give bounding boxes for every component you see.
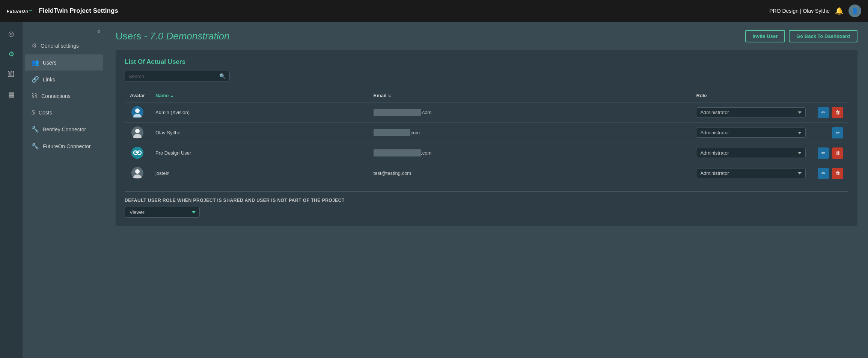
sidebar-item-users[interactable]: 👥 Users [25, 54, 103, 71]
users-icon: 👥 [32, 59, 39, 66]
sidebar-collapse-button[interactable]: « [23, 26, 105, 37]
table-body: Admin (Xvision) ████████████.com Adminis… [125, 102, 848, 184]
costs-icon: $ [32, 109, 35, 116]
dashboard-icon: ◎ [8, 30, 14, 38]
col-avatar: Avatar [125, 89, 150, 102]
sidebar-item-connections[interactable]: ⛓ Connections [25, 88, 103, 104]
sidebar-item-costs[interactable]: $ Costs [25, 105, 103, 120]
general-settings-icon: ⚙ [32, 42, 37, 49]
page-title: Users - 7.0 Demonstration [116, 30, 229, 42]
sidebar-item-connections-label: Connections [41, 93, 71, 99]
role-select-1[interactable]: Administrator Editor Viewer [696, 107, 806, 117]
table-row: Pro Design User ████████████.com Adminis… [125, 143, 848, 163]
avatar-1 [131, 106, 143, 118]
topbar: FutureOn™ FieldTwin Project Settings PRO… [0, 0, 868, 22]
role-cell-2: Administrator Editor Viewer [691, 123, 811, 143]
delete-button-3[interactable]: 🗑 [832, 147, 843, 159]
topbar-right: PRO Design | Olav Sylthe 🔔 👤 [769, 5, 861, 17]
edit-button-4[interactable]: ✏ [818, 168, 829, 179]
table-row: Admin (Xvision) ████████████.com Adminis… [125, 102, 848, 123]
user-name-2: Olav Sylthe [150, 123, 368, 143]
role-select-3[interactable]: Administrator Editor Viewer [696, 148, 806, 158]
role-select-2[interactable]: Administrator Editor Viewer [696, 128, 806, 138]
table-row: Olav Sylthe █████████com Administrator E… [125, 123, 848, 143]
users-card: List Of Actual Users 🔍 Avatar Name [116, 50, 857, 226]
go-back-to-dashboard-button[interactable]: Go Back To Dashboard [789, 30, 857, 42]
search-input[interactable] [129, 74, 219, 79]
user-email-3: ████████████.com [368, 143, 691, 163]
user-email-2: █████████com [368, 123, 691, 143]
user-email-1: ████████████.com [368, 102, 691, 123]
sidebar-item-general-settings-label: General settings [41, 43, 79, 49]
avatar-3 [131, 147, 143, 159]
edit-button-3[interactable]: ✏ [818, 147, 829, 159]
col-role: Role [691, 89, 811, 102]
svg-point-0 [135, 108, 140, 113]
default-role-label: DEFAULT USER ROLE WHEN PROJECT IS SHARED… [125, 198, 848, 203]
topbar-user: PRO Design | Olav Sylthe [769, 8, 830, 14]
action-cell-1: ✏ 🗑 [811, 102, 848, 123]
sidebar-item-bentley-label: Bentley Connector [43, 126, 86, 132]
delete-button-4[interactable]: 🗑 [832, 168, 843, 179]
col-email[interactable]: Email [368, 89, 691, 102]
avatar-icon: 👤 [851, 8, 859, 14]
user-name-4: jostein [150, 163, 368, 184]
search-bar: 🔍 [125, 71, 230, 81]
page-header: Users - 7.0 Demonstration Invite User Go… [116, 30, 857, 42]
connections-icon: ⛓ [32, 93, 38, 99]
default-role-select[interactable]: Viewer Editor Administrator [125, 207, 200, 218]
role-cell-4: Administrator Editor Viewer [691, 163, 811, 184]
page-title-text: Users [116, 30, 141, 42]
app-title: FieldTwin Project Settings [39, 7, 118, 15]
sidebar-item-futureon-label: FutureOn Connector [43, 143, 91, 149]
role-select-4[interactable]: Administrator Editor Viewer [696, 168, 806, 178]
rail-icon-layers[interactable]: ▦ [5, 88, 18, 101]
topbar-left: FutureOn™ FieldTwin Project Settings [7, 7, 118, 15]
user-email-4: test@testing.com [368, 163, 691, 184]
table-header-row: Avatar Name Email Role [125, 89, 848, 102]
sidebar-item-general-settings[interactable]: ⚙ General settings [25, 38, 103, 54]
links-icon: 🔗 [32, 76, 39, 83]
page-subtitle: 7.0 Demonstration [150, 30, 229, 42]
svg-point-1 [133, 114, 142, 117]
bentley-connector-icon: 🔧 [32, 126, 39, 133]
rail-icon-settings[interactable]: ⚙ [5, 47, 18, 61]
user-name-3: Pro Design User [150, 143, 368, 163]
avatar-4 [131, 167, 143, 179]
edit-button-2[interactable]: ✏ [832, 127, 843, 138]
gallery-icon: 🖼 [8, 71, 15, 78]
brand-logo: FutureOn™ [7, 8, 33, 14]
settings-icon: ⚙ [8, 50, 14, 58]
notification-bell-button[interactable]: 🔔 [835, 7, 843, 15]
avatar-cell-1 [125, 102, 150, 123]
bell-icon: 🔔 [835, 7, 843, 15]
invite-user-button[interactable]: Invite User [745, 30, 785, 42]
svg-point-3 [133, 134, 142, 138]
icon-rail: ◎ ⚙ 🖼 ▦ [0, 22, 23, 358]
sidebar-item-bentley-connector[interactable]: 🔧 Bentley Connector [25, 121, 103, 137]
futureon-connector-icon: 🔧 [32, 143, 39, 150]
rail-icon-dashboard[interactable]: ◎ [5, 27, 18, 41]
sidebar-item-links[interactable]: 🔗 Links [25, 71, 103, 87]
avatar-2 [131, 126, 143, 138]
col-name[interactable]: Name [150, 89, 368, 102]
svg-point-7 [135, 169, 140, 174]
avatar-cell-2 [125, 123, 150, 143]
sidebar-item-links-label: Links [43, 77, 55, 83]
edit-button-1[interactable]: ✏ [818, 107, 829, 118]
header-buttons: Invite User Go Back To Dashboard [745, 30, 857, 42]
main-layout: ◎ ⚙ 🖼 ▦ « ⚙ General settings 👥 Users 🔗 L… [0, 22, 868, 358]
rail-icon-gallery[interactable]: 🖼 [5, 68, 18, 81]
sidebar-item-users-label: Users [43, 60, 57, 66]
action-cell-2: ✏ [811, 123, 848, 143]
delete-button-1[interactable]: 🗑 [832, 107, 843, 118]
action-cell-4: ✏ 🗑 [811, 163, 848, 184]
layers-icon: ▦ [8, 90, 15, 99]
person-icon [132, 168, 143, 178]
user-avatar[interactable]: 👤 [848, 5, 861, 17]
action-cell-3: ✏ 🗑 [811, 143, 848, 163]
sidebar-item-futureon-connector[interactable]: 🔧 FutureOn Connector [25, 138, 103, 154]
default-role-section: DEFAULT USER ROLE WHEN PROJECT IS SHARED… [125, 191, 848, 218]
table-row: jostein test@testing.com Administrator E… [125, 163, 848, 184]
svg-point-2 [135, 129, 140, 133]
